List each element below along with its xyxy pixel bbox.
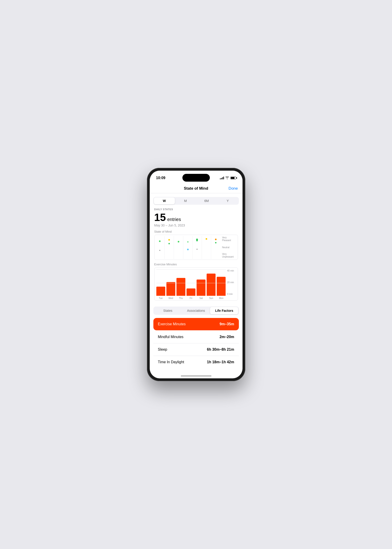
segment-life-factors[interactable]: Life Factors [210, 307, 238, 314]
entries-number: 15 [154, 212, 166, 223]
daylight-factor-label: Time In Daylight [158, 360, 184, 364]
page-title: State of Mind [184, 186, 208, 191]
x-label-mon: Mon [217, 297, 226, 299]
done-button[interactable]: Done [229, 186, 238, 191]
exercise-factor-value: 9m–35m [219, 322, 234, 326]
state-of-mind-chart-section: State of Mind [150, 230, 243, 263]
y-label-40min: 40 min [227, 270, 236, 272]
x-label-wed: Wed [166, 297, 175, 299]
daylight-factor-value: 1h 18m–1h 42m [207, 360, 234, 364]
bar-tue [156, 270, 165, 296]
x-label-fri: Fri [187, 297, 196, 299]
bar-sun [207, 270, 216, 296]
status-time: 10:09 [156, 176, 166, 180]
dynamic-island [182, 174, 210, 182]
y-label-0min: 0 min [227, 293, 236, 295]
tab-week[interactable]: W [154, 197, 175, 204]
battery-icon [231, 177, 236, 179]
section-label: DAILY STATES [150, 205, 243, 212]
tab-6month[interactable]: 6M [196, 197, 217, 204]
exercise-chart-section: Exercise Minutes [150, 263, 243, 303]
phone-frame: 10:09 [147, 168, 245, 381]
app-content: State of Mind Done W M 6M Y DAILY STATES… [150, 182, 243, 378]
bar-fri [187, 270, 196, 296]
factor-mindful[interactable]: Mindful Minutes 2m–20m [153, 331, 239, 343]
x-label-tue: Tue [156, 297, 165, 299]
exercise-factor-label: Exercise Minutes [158, 322, 186, 326]
wifi-icon [225, 176, 229, 180]
mindful-factor-label: Mindful Minutes [158, 335, 183, 339]
segment-states[interactable]: States [154, 307, 182, 314]
bar-sat [196, 270, 205, 296]
daily-states-section: DAILY STATES 15 entries May 30 – Jun 5, … [150, 205, 243, 230]
sleep-factor-label: Sleep [158, 348, 167, 352]
x-label-sun: Sun [207, 297, 216, 299]
mindful-factor-value: 2m–20m [219, 335, 234, 339]
entries-word: entries [167, 217, 181, 222]
status-icons [220, 176, 236, 180]
time-period-tabs: W M 6M Y [153, 197, 239, 205]
home-indicator [181, 375, 211, 377]
sleep-factor-value: 6h 30m–8h 21m [207, 348, 234, 352]
y-label-neutral: Neutral [222, 246, 236, 249]
x-label-sat: Sat [196, 297, 205, 299]
factors-card: Mindful Minutes 2m–20m Sleep 6h 30m–8h 2… [153, 331, 239, 368]
y-label-very-unpleasant: VeryUnpleasant [222, 253, 236, 258]
factor-exercise-highlighted[interactable]: Exercise Minutes 9m–35m [153, 318, 239, 330]
state-chart-label: State of Mind [154, 230, 238, 233]
factor-daylight[interactable]: Time In Daylight 1h 18m–1h 42m [153, 356, 239, 368]
y-label-20min: 20 min [227, 281, 236, 284]
bottom-spacer [150, 372, 243, 378]
bar-thu [176, 270, 185, 296]
bar-mon [217, 270, 226, 296]
y-label-very-pleasant: VeryPleasant [222, 236, 236, 242]
tab-month[interactable]: M [175, 197, 196, 204]
signal-bars-icon [220, 177, 224, 179]
bar-wed [166, 270, 175, 296]
x-label-thu: Thu [176, 297, 185, 299]
entries-count: 15 entries [150, 212, 243, 223]
view-segment-control: States Associations Life Factors [153, 307, 239, 315]
exercise-chart-label: Exercise Minutes [154, 263, 238, 266]
phone-screen: 10:09 [150, 171, 243, 378]
factor-sleep[interactable]: Sleep 6h 30m–8h 21m [153, 343, 239, 356]
date-range: May 30 – Jun 5, 2023 [150, 223, 243, 230]
life-factors-section: Exercise Minutes 9m–35m Mindful Minutes … [150, 318, 243, 368]
tab-year[interactable]: Y [217, 197, 238, 204]
segment-associations[interactable]: Associations [182, 307, 210, 314]
app-header: State of Mind Done [150, 182, 243, 193]
